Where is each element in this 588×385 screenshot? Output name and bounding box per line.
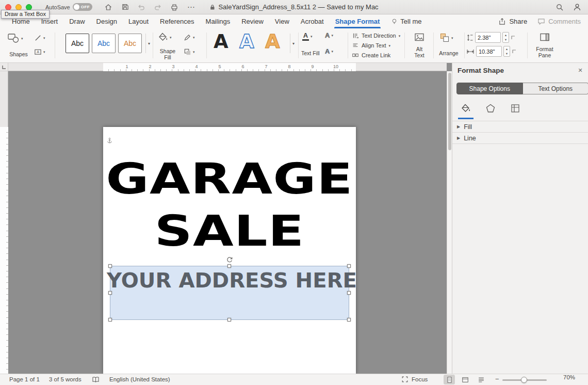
address-text[interactable]: YOUR ADDRESS HERE [107,269,352,292]
tab-acrobat[interactable]: Acrobat [295,14,330,28]
share-button[interactable]: Share [498,18,527,25]
tab-tell-me[interactable]: Tell me [385,14,427,28]
resize-handle-w[interactable] [108,291,112,295]
zoom-slider-thumb[interactable] [521,377,527,383]
shape-width-icon [466,48,475,55]
proofing-icon[interactable] [92,376,100,383]
shape-style-3[interactable]: Abc [118,34,142,53]
user-account-icon[interactable] [573,3,582,12]
insert-shape-button[interactable]: ▾ [7,33,23,44]
page[interactable]: GARAGE SALE YOUR ADDRESS HERE [103,127,356,374]
tab-design[interactable]: Design [91,14,123,28]
tab-shape-options[interactable]: Shape Options [456,83,523,94]
resize-handle-e[interactable] [347,291,351,295]
word-count[interactable]: 3 of 5 words [49,376,81,382]
shape-outline-button[interactable]: ▾ [184,34,195,41]
fill-and-line-icon[interactable] [459,101,473,116]
section-fill[interactable]: ▶ Fill [452,121,588,132]
text-outline-button[interactable]: A ▾ [325,32,333,39]
draw-text-box-button[interactable]: A ▾ [34,48,45,56]
undo-icon[interactable] [137,3,146,12]
more-commands-icon[interactable]: ⋯ [186,3,195,12]
resize-handle-sw[interactable] [108,318,112,322]
alt-text-button[interactable] [414,33,424,42]
wordart-style-3[interactable]: A [265,29,280,54]
shape-style-1[interactable]: Abc [66,34,89,53]
format-pane-button[interactable] [540,33,550,42]
shape-height-input[interactable] [475,32,501,43]
language-indicator[interactable]: English (United States) [109,376,170,382]
tab-view[interactable]: View [269,14,295,28]
search-icon[interactable] [555,3,564,12]
resize-handle-n[interactable] [227,264,231,268]
horizontal-ruler[interactable]: 1 2 3 4 5 6 7 8 9 10 [8,63,447,71]
close-icon[interactable]: ✕ [576,66,584,74]
step-down-icon[interactable]: ▼ [505,52,508,56]
print-icon[interactable] [170,3,179,12]
autosave-control[interactable]: AutoSave OFF [45,3,92,11]
zoom-out-icon[interactable]: − [495,375,499,383]
minimize-window-button[interactable] [15,4,22,10]
text-effects-button[interactable]: A ▾ [325,48,333,55]
tab-stop-selector[interactable] [0,63,8,71]
focus-button[interactable]: Focus [401,376,428,383]
shape-styles-more-button[interactable]: ▾ [145,34,152,53]
shape-fill-button[interactable]: ▾ [158,32,172,42]
redo-icon[interactable] [153,3,162,12]
document-canvas[interactable]: GARAGE SALE YOUR ADDRESS HERE [8,71,447,374]
tab-references[interactable]: References [154,14,200,28]
wordart-style-2[interactable]: A [239,29,254,54]
text-direction-button[interactable]: Text Direction ▾ [352,32,400,39]
step-up-icon[interactable]: ▲ [504,33,507,37]
page-indicator[interactable]: Page 1 of 1 [9,376,40,382]
shape-width-input[interactable] [476,46,502,57]
arrange-button[interactable]: ▾ [439,33,453,43]
resize-handle-ne[interactable] [347,264,351,268]
section-line[interactable]: ▶ Line [452,132,588,143]
insert-line-button[interactable]: ▾ [34,34,45,42]
shape-width-stepper[interactable]: ▲ ▼ [503,46,510,57]
vertical-ruler[interactable] [0,71,8,374]
rotate-handle-icon[interactable] [226,256,233,263]
shape-style-2[interactable]: Abc [92,34,116,53]
section-fill-label: Fill [464,123,472,131]
tab-draw[interactable]: Draw [63,14,90,28]
autosave-toggle[interactable]: OFF [73,3,93,11]
shape-height-stepper[interactable]: ▲ ▼ [502,32,509,43]
resize-handle-se[interactable] [347,318,351,322]
align-text-button[interactable]: Align Text ▾ [352,42,390,49]
ruler-number: 6 [241,64,244,69]
step-down-icon[interactable]: ▼ [504,38,507,42]
wordart-more-button[interactable]: ▾ [290,34,297,53]
tab-shape-format[interactable]: Shape Format [330,14,386,28]
home-icon[interactable] [104,3,113,12]
resize-handle-s[interactable] [227,318,231,322]
layout-properties-icon[interactable] [508,101,522,116]
scrollbar-thumb[interactable] [448,73,451,150]
effects-icon[interactable] [483,101,498,116]
vertical-scrollbar[interactable] [447,71,452,374]
tab-mailings[interactable]: Mailings [200,14,236,28]
tab-layout[interactable]: Layout [123,14,154,28]
tab-review[interactable]: Review [236,14,269,28]
draft-view-button[interactable] [476,375,487,384]
panel-title: Format Shape [458,67,504,74]
resize-handle-nw[interactable] [108,264,112,268]
zoom-level[interactable]: 70% [563,374,575,380]
wordart-style-1[interactable]: A [214,29,228,54]
ruler-number: 8 [288,64,290,69]
comments-button[interactable]: Comments [537,18,581,25]
close-window-button[interactable] [5,4,11,10]
text-fill-button[interactable]: A ▾ [302,32,313,41]
shape-effects-button[interactable]: ▾ [184,48,195,56]
web-layout-view-button[interactable] [460,375,471,384]
save-icon[interactable] [120,3,129,12]
step-up-icon[interactable]: ▲ [505,47,508,51]
autosave-state: OFF [81,5,90,9]
print-layout-view-button[interactable] [444,375,455,384]
zoom-slider[interactable] [502,379,547,381]
tab-text-options[interactable]: Text Options [523,83,588,94]
address-text-box[interactable]: YOUR ADDRESS HERE [110,266,349,320]
fullscreen-window-button[interactable] [26,4,32,10]
create-link-button[interactable]: Create Link [352,52,390,59]
